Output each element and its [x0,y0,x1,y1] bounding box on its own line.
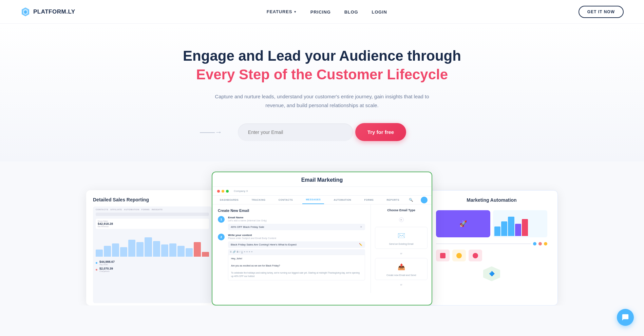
nav-blog[interactable]: BLOG [344,9,358,15]
action-node-orange [452,250,466,261]
sales-browser-bar [96,213,209,216]
center-nav-tabs: DASHBOARDS TRACKING CONTACTS MESSAGES AU… [212,196,432,204]
email-form: ——→ Try for free [220,123,424,141]
chat-icon [622,314,629,321]
hero-section: Engage and Lead your Audience through Ev… [0,24,644,161]
automation-dots-row [433,241,551,247]
chart-bar [186,248,193,257]
step2-subject[interactable]: Black Friday Sales Are Coming! Here's Wh… [228,241,365,248]
arrow-decoration: ——→ [200,128,222,137]
automation-grid: 🚀 [433,207,551,241]
nav-links: FEATURES ▼ PRICING BLOG LOGIN [267,9,387,15]
step-2: 2 Write your content Please enter Subjec… [218,234,365,280]
nav-pricing[interactable]: PRICING [310,9,331,15]
nav-cta-button[interactable]: GET IT NOW [579,6,624,18]
chat-support-button[interactable] [617,309,634,326]
hex-decoration: 🔷 [483,266,500,281]
create-email-form: Create New Email 1 Email Name Let's add … [212,204,371,293]
email-body[interactable]: Hey, John! Are you as excited as we are … [228,255,365,280]
stat-rows: $44,988.67 Avg Order $2,070.39 Chargebac… [96,260,209,272]
mini-automation-chart [493,210,547,237]
chart-bar [112,243,119,257]
logo-text: PLATFORM.ly [33,8,75,15]
sales-card-title: Detailed Sales Reporting [93,197,212,202]
stat-dot-1 [96,262,97,264]
existing-email-icon: ✉️ [396,231,406,241]
choose-email-title: Choose Email Type [375,209,428,212]
automation-chart-area [493,210,547,237]
features-dropdown-arrow: ▼ [293,10,297,14]
chrome-dot-green [226,190,229,193]
dot-yellow [544,242,547,245]
browser-chrome: Company X [212,187,432,196]
chart-bar [136,242,144,257]
hero-headline2: Every Step of the Customer Lifecycle [7,66,637,83]
company-name: Company X [234,190,248,193]
dot-red [538,242,542,245]
step-num-2: 2 [218,234,225,240]
nav-login[interactable]: LOGIN [372,9,387,15]
step-1-content: Email Name Let's add a name (Internal Us… [228,216,365,230]
hero-headline1: Engage and Lead your Audience through [7,47,637,64]
sales-stats-row: Gross Sales $42,918.28 Net Revenue [96,219,209,229]
editor-toolbar: B🔗 B I U ≡≡ ≡≡ [228,249,365,255]
sales-reporting-card: Detailed Sales Reporting CONTACTSAFFILIA… [86,190,219,305]
chart-bar [128,240,135,257]
automation-node-rocket: 🚀 [436,210,490,237]
action-node-red [436,250,450,261]
new-email-icon: 📤 [396,262,406,272]
tab-messages[interactable]: MESSAGES [302,196,324,204]
email-marketing-title: Email Marketing [212,172,432,187]
stat-gross-value: $42,918.28 [98,222,207,225]
chart-bar [120,247,127,257]
automation-card-title: Marketing Automation [433,197,551,203]
navbar: PLATFORM.ly FEATURES ▼ PRICING BLOG LOGI… [0,0,644,24]
cards-section: Detailed Sales Reporting CONTACTSAFFILIA… [0,161,644,305]
automation-actions-row [433,247,551,264]
choose-email-panel: Choose Email Type ✕ ✉️ Send an Existing … [371,204,432,293]
connector-line [436,243,531,244]
chart-bar [145,237,152,257]
chart-bar [161,244,168,257]
stat-row-1: $44,988.67 Avg Order [96,260,209,265]
action-node-pink [469,250,482,261]
tab-dashboards[interactable]: DASHBOARDS [216,196,242,204]
try-for-free-button[interactable]: Try for free [355,123,406,141]
new-email-option[interactable]: 📤 Create new Email and Send [375,258,428,280]
sales-browser-nav: CONTACTSAFFILIATEAUTOMATIONFORMSINSIGHTS [96,209,209,211]
chart-bar [104,246,111,257]
chart-bar [194,242,201,257]
tab-tracking[interactable]: TRACKING [248,196,269,204]
chart-bar [96,250,103,257]
step-1: 1 Email Name Let's add a name (Internal … [218,216,365,230]
tab-forms[interactable]: FORMS [361,196,377,204]
dot-blue [533,242,536,245]
stat-gross: Gross Sales $42,918.28 Net Revenue [96,219,209,229]
search-icon[interactable]: 🔍 [409,198,413,202]
or-divider: or [375,252,428,255]
step-num-1: 1 [218,216,225,223]
email-marketing-card: Email Marketing Company X DASHBOARDS TRA… [212,172,432,305]
nav-features[interactable]: FEATURES ▼ [267,9,297,14]
chart-bar [202,252,209,257]
chrome-dot-yellow [222,190,224,193]
step1-input[interactable]: 40% OFF Black Friday Sale ✕ [228,224,365,230]
stat-row-2: $2,070.39 Chargeback [96,267,209,272]
existing-email-option[interactable]: ✉️ Send an Existing Email [375,227,428,249]
new-email-label: Create new Email and Send [386,274,416,276]
sales-chart [96,231,209,258]
logo[interactable]: PLATFORM.ly [20,7,75,17]
tab-automation[interactable]: AUTOMATION [330,196,355,204]
existing-email-label: Send an Existing Email [389,243,414,245]
hero-subtext: Capture and nurture leads, understand yo… [207,92,437,110]
tab-contacts[interactable]: CONTACTS [275,196,296,204]
chart-bar [153,241,160,257]
step-2-content: Write your content Please enter Subject … [228,234,365,280]
or-divider-2: or [375,283,428,286]
close-btn[interactable]: ✕ [375,217,428,222]
email-input[interactable] [238,123,353,141]
chrome-dot-red [217,190,220,193]
edit-icon[interactable]: ✏️ [359,243,362,246]
clear-icon[interactable]: ✕ [360,225,362,229]
tab-reports[interactable]: REPORTS [383,196,403,204]
